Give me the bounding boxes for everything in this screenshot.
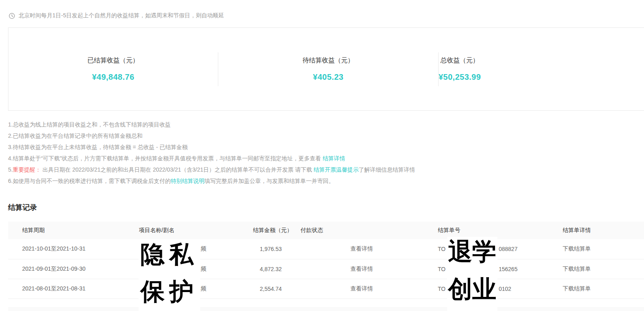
summary-card: 已结算收益（元） ¥49,848.76 待结算收益（元） ¥405.23 总收益… <box>8 27 644 111</box>
notes-section: 1.总收益为线上结算的项目收益之和，不包含线下结算的项目收益 2.已结算收益为在… <box>8 119 644 187</box>
order-prefix: TO <box>438 286 445 292</box>
cell-amount: 4,872.32 <box>253 259 300 279</box>
stat-pending: 待结算收益（元） ¥405.23 <box>218 56 438 82</box>
clock-icon <box>9 13 15 19</box>
records-title: 结算记录 <box>8 203 644 212</box>
note-line-5-suffix: 了解详细信息结算详情 <box>359 166 415 173</box>
stat-total: 总收益（元） ¥50,253.99 <box>439 56 481 82</box>
note-line-5: 5.重要提醒： 出具日期在 2022/03/21之前的和出具日期在 2022/0… <box>8 164 644 175</box>
col-amount: 结算金额（元） <box>253 222 300 239</box>
stat-settled-value: ¥49,848.76 <box>92 73 134 82</box>
watermark-text: 退学 <box>447 240 497 264</box>
table-row: 2021-09-01至2021-09-30 频 4,872.32 查看详情 TO… <box>8 259 644 279</box>
important-alert-text: 重要提醒： <box>13 166 41 173</box>
cell-period: 2021-10-01至2021-10-31 <box>8 239 139 259</box>
settlement-details-link[interactable]: 结算详情 <box>323 155 345 162</box>
cell-amount: 2,554.74 <box>253 279 300 299</box>
note-line-4: 4.结算单处于“可下载”状态后，片方需下载结算单，并按结算金额开具值税专用发票，… <box>8 153 644 164</box>
stat-pending-value: ¥405.23 <box>313 73 344 82</box>
notice-text: 北京时间每月1日-5日发起上个自然月的收益结算，如遇周末和节假日，则自动顺延 <box>19 12 224 19</box>
note-line-5-text: 出具日期在 2022/03/21之前的和出具日期在 2022/03/21（含3/… <box>41 166 314 173</box>
col-detail: 结算单详情 <box>563 222 644 239</box>
records-table: 结算周期 项目名称/剧名 结算金额（元） 付款状态 结算单号 结算单详情 202… <box>8 222 644 299</box>
stat-total-label: 总收益（元） <box>441 56 479 65</box>
stat-settled: 已结算收益（元） ¥49,848.76 <box>8 56 218 82</box>
cell-amount: 1,976.53 <box>253 239 300 259</box>
order-suffix: 088827 <box>499 246 518 252</box>
watermark-text: 保护 <box>139 280 200 304</box>
note-line-6-suffix: 填写完整后并加盖公章，与发票和结算单一并寄回。 <box>205 178 334 184</box>
invoice-tips-link[interactable]: 结算开票温馨提示 <box>314 166 359 173</box>
col-project: 项目名称/剧名 <box>139 222 253 239</box>
view-details-link[interactable]: 查看详情 <box>350 285 373 292</box>
watermark-text: 创业 <box>447 277 497 301</box>
watermark-right: 退学 创业 <box>447 237 497 311</box>
watermark-text: 隐私 <box>139 243 200 267</box>
note-line-1: 1.总收益为线上结算的项目收益之和，不包含线下结算的项目收益 <box>8 119 644 130</box>
download-statement-link[interactable]: 下载结算单 <box>563 285 591 292</box>
watermark-left: 隐私 保护 <box>139 241 200 311</box>
order-prefix: TO <box>438 266 445 272</box>
table-row: 2021-08-01至2021-08-31 频 2,554.74 查看详情 TO… <box>8 279 644 299</box>
stat-pending-label: 待结算收益（元） <box>302 56 354 65</box>
special-settlement-link[interactable]: 特别结算说明 <box>171 178 205 184</box>
stat-settled-label: 已结算收益（元） <box>87 56 139 65</box>
order-suffix: 0102 <box>499 286 511 292</box>
cell-period: 2021-09-01至2021-09-30 <box>8 259 139 279</box>
download-statement-link[interactable]: 下载结算单 <box>563 245 591 252</box>
order-prefix: TO <box>438 246 445 252</box>
table-row: 2021-10-01至2021-10-31 频 1,976.53 查看详情 TO… <box>8 239 644 259</box>
note-line-4-text: 4.结算单处于“可下载”状态后，片方需下载结算单，并按结算金额开具值税专用发票，… <box>8 155 323 162</box>
notice-bar: 北京时间每月1日-5日发起上个自然月的收益结算，如遇周末和节假日，则自动顺延 <box>9 12 644 19</box>
note-line-2: 2.已结算收益为在平台结算记录中的所有结算金额总和 <box>8 130 644 141</box>
note-line-6-text: 6.如使用与合同不一致的税率进行结算，需下载下调税金后支付的 <box>8 178 171 184</box>
note-line-6: 6.如使用与合同不一致的税率进行结算，需下载下调税金后支付的特别结算说明填写完整… <box>8 175 644 187</box>
stat-total-value: ¥50,253.99 <box>439 73 481 82</box>
note-line-5-num: 5. <box>8 166 13 173</box>
view-details-link[interactable]: 查看详情 <box>350 265 373 272</box>
col-status: 付款状态 <box>300 222 438 239</box>
col-period: 结算周期 <box>8 222 139 239</box>
order-suffix: 156265 <box>499 266 518 272</box>
table-header-row: 结算周期 项目名称/剧名 结算金额（元） 付款状态 结算单号 结算单详情 <box>8 222 644 239</box>
note-line-3: 3.待结算收益为在平台上未结算收益，待结算金额 = 总收益 - 已结算金额 <box>8 141 644 153</box>
download-statement-link[interactable]: 下载结算单 <box>563 265 591 272</box>
next-section-edge <box>8 307 644 311</box>
view-details-link[interactable]: 查看详情 <box>350 245 373 252</box>
cell-period: 2021-08-01至2021-08-31 <box>8 279 139 299</box>
